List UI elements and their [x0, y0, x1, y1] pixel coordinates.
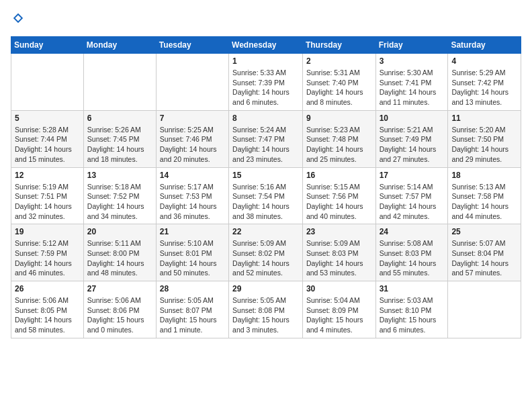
weekday-header: Sunday: [11, 37, 84, 54]
day-number: 2: [306, 56, 372, 66]
calendar-cell: 26Sunrise: 5:06 AM Sunset: 8:05 PM Dayli…: [11, 281, 84, 338]
calendar-cell: 19Sunrise: 5:12 AM Sunset: 7:59 PM Dayli…: [11, 224, 84, 281]
day-info: Sunrise: 5:05 AM Sunset: 8:08 PM Dayligh…: [232, 295, 299, 335]
day-number: 4: [451, 56, 517, 66]
day-info: Sunrise: 5:21 AM Sunset: 7:49 PM Dayligh…: [380, 125, 445, 165]
day-info: Sunrise: 5:12 AM Sunset: 7:59 PM Dayligh…: [15, 238, 80, 278]
day-number: 27: [87, 284, 152, 293]
day-number: 29: [232, 284, 299, 293]
day-number: 18: [451, 171, 517, 180]
calendar-cell: 16Sunrise: 5:15 AM Sunset: 7:56 PM Dayli…: [302, 167, 375, 224]
calendar-week-row: 5Sunrise: 5:28 AM Sunset: 7:44 PM Daylig…: [11, 110, 521, 167]
day-info: Sunrise: 5:23 AM Sunset: 7:48 PM Dayligh…: [306, 125, 372, 165]
calendar-cell: 9Sunrise: 5:23 AM Sunset: 7:48 PM Daylig…: [302, 110, 375, 167]
weekday-header: Thursday: [302, 37, 375, 54]
day-number: 10: [380, 113, 445, 123]
day-info: Sunrise: 5:07 AM Sunset: 8:04 PM Dayligh…: [451, 238, 517, 278]
day-number: 8: [232, 113, 299, 123]
day-number: 11: [451, 113, 517, 123]
day-info: Sunrise: 5:18 AM Sunset: 7:52 PM Dayligh…: [87, 182, 152, 222]
day-info: Sunrise: 5:14 AM Sunset: 7:57 PM Dayligh…: [380, 182, 445, 222]
day-number: 6: [87, 113, 152, 123]
day-number: 3: [380, 56, 445, 66]
day-number: 28: [160, 284, 225, 293]
calendar-cell: 22Sunrise: 5:09 AM Sunset: 8:02 PM Dayli…: [229, 224, 303, 281]
calendar-week-row: 1Sunrise: 5:33 AM Sunset: 7:39 PM Daylig…: [11, 54, 521, 111]
calendar-cell: 31Sunrise: 5:03 AM Sunset: 8:10 PM Dayli…: [375, 281, 448, 338]
day-number: 15: [232, 171, 299, 180]
calendar-week-row: 26Sunrise: 5:06 AM Sunset: 8:05 PM Dayli…: [11, 281, 521, 338]
day-info: Sunrise: 5:30 AM Sunset: 7:41 PM Dayligh…: [380, 68, 445, 107]
day-info: Sunrise: 5:09 AM Sunset: 8:03 PM Dayligh…: [306, 238, 372, 278]
day-number: 20: [87, 227, 152, 236]
day-info: Sunrise: 5:04 AM Sunset: 8:09 PM Dayligh…: [306, 295, 372, 335]
day-info: Sunrise: 5:15 AM Sunset: 7:56 PM Dayligh…: [306, 182, 372, 222]
day-number: 17: [380, 171, 445, 180]
logo: [11, 11, 24, 28]
day-number: 16: [306, 171, 372, 180]
calendar-cell: 4Sunrise: 5:29 AM Sunset: 7:42 PM Daylig…: [448, 54, 521, 111]
logo-icon: [12, 12, 24, 24]
calendar-cell: [448, 281, 521, 338]
day-info: Sunrise: 5:11 AM Sunset: 8:00 PM Dayligh…: [87, 238, 152, 278]
weekday-header: Wednesday: [229, 37, 303, 54]
calendar-cell: 15Sunrise: 5:16 AM Sunset: 7:54 PM Dayli…: [229, 167, 303, 224]
calendar-cell: 17Sunrise: 5:14 AM Sunset: 7:57 PM Dayli…: [375, 167, 448, 224]
calendar-cell: 13Sunrise: 5:18 AM Sunset: 7:52 PM Dayli…: [83, 167, 156, 224]
day-info: Sunrise: 5:08 AM Sunset: 8:03 PM Dayligh…: [380, 238, 445, 278]
calendar-cell: 3Sunrise: 5:30 AM Sunset: 7:41 PM Daylig…: [375, 54, 448, 111]
day-number: 7: [160, 113, 225, 123]
day-info: Sunrise: 5:28 AM Sunset: 7:44 PM Dayligh…: [15, 125, 80, 165]
day-number: 31: [380, 284, 445, 293]
calendar-cell: 21Sunrise: 5:10 AM Sunset: 8:01 PM Dayli…: [156, 224, 228, 281]
calendar-cell: [156, 54, 228, 111]
calendar-cell: [11, 54, 84, 111]
calendar-cell: 28Sunrise: 5:05 AM Sunset: 8:07 PM Dayli…: [156, 281, 228, 338]
weekday-header: Saturday: [448, 37, 521, 54]
calendar-cell: 5Sunrise: 5:28 AM Sunset: 7:44 PM Daylig…: [11, 110, 84, 167]
day-number: 23: [306, 227, 372, 236]
day-number: 9: [306, 113, 372, 123]
day-info: Sunrise: 5:31 AM Sunset: 7:40 PM Dayligh…: [306, 68, 372, 107]
day-number: 5: [15, 113, 80, 123]
day-info: Sunrise: 5:10 AM Sunset: 8:01 PM Dayligh…: [160, 238, 225, 278]
calendar-cell: 6Sunrise: 5:26 AM Sunset: 7:45 PM Daylig…: [83, 110, 156, 167]
day-info: Sunrise: 5:19 AM Sunset: 7:51 PM Dayligh…: [15, 182, 80, 222]
day-info: Sunrise: 5:25 AM Sunset: 7:46 PM Dayligh…: [160, 125, 225, 165]
calendar-cell: 2Sunrise: 5:31 AM Sunset: 7:40 PM Daylig…: [302, 54, 375, 111]
calendar-cell: 29Sunrise: 5:05 AM Sunset: 8:08 PM Dayli…: [229, 281, 303, 338]
day-number: 24: [380, 227, 445, 236]
calendar-cell: 14Sunrise: 5:17 AM Sunset: 7:53 PM Dayli…: [156, 167, 228, 224]
page-header: [11, 11, 521, 28]
day-number: 25: [451, 227, 517, 236]
weekday-header: Monday: [83, 37, 156, 54]
weekday-header: Tuesday: [156, 37, 228, 54]
day-number: 19: [15, 227, 80, 236]
calendar-cell: 24Sunrise: 5:08 AM Sunset: 8:03 PM Dayli…: [375, 224, 448, 281]
calendar-header-row: SundayMondayTuesdayWednesdayThursdayFrid…: [11, 37, 521, 54]
day-number: 22: [232, 227, 299, 236]
weekday-header: Friday: [375, 37, 448, 54]
calendar-cell: 8Sunrise: 5:24 AM Sunset: 7:47 PM Daylig…: [229, 110, 303, 167]
calendar-cell: 30Sunrise: 5:04 AM Sunset: 8:09 PM Dayli…: [302, 281, 375, 338]
day-info: Sunrise: 5:29 AM Sunset: 7:42 PM Dayligh…: [451, 68, 517, 107]
day-info: Sunrise: 5:06 AM Sunset: 8:06 PM Dayligh…: [87, 295, 152, 335]
calendar-cell: 27Sunrise: 5:06 AM Sunset: 8:06 PM Dayli…: [83, 281, 156, 338]
day-number: 26: [15, 284, 80, 293]
day-number: 21: [160, 227, 225, 236]
calendar-week-row: 12Sunrise: 5:19 AM Sunset: 7:51 PM Dayli…: [11, 167, 521, 224]
day-info: Sunrise: 5:33 AM Sunset: 7:39 PM Dayligh…: [232, 68, 299, 107]
day-number: 30: [306, 284, 372, 293]
calendar-cell: 1Sunrise: 5:33 AM Sunset: 7:39 PM Daylig…: [229, 54, 303, 111]
day-number: 12: [15, 171, 80, 180]
day-info: Sunrise: 5:05 AM Sunset: 8:07 PM Dayligh…: [160, 295, 225, 335]
day-info: Sunrise: 5:06 AM Sunset: 8:05 PM Dayligh…: [15, 295, 80, 335]
day-info: Sunrise: 5:26 AM Sunset: 7:45 PM Dayligh…: [87, 125, 152, 165]
day-number: 14: [160, 171, 225, 180]
calendar-cell: 18Sunrise: 5:13 AM Sunset: 7:58 PM Dayli…: [448, 167, 521, 224]
day-info: Sunrise: 5:03 AM Sunset: 8:10 PM Dayligh…: [380, 295, 445, 335]
day-number: 1: [232, 56, 299, 66]
calendar-cell: 12Sunrise: 5:19 AM Sunset: 7:51 PM Dayli…: [11, 167, 84, 224]
day-info: Sunrise: 5:24 AM Sunset: 7:47 PM Dayligh…: [232, 125, 299, 165]
day-info: Sunrise: 5:16 AM Sunset: 7:54 PM Dayligh…: [232, 182, 299, 222]
